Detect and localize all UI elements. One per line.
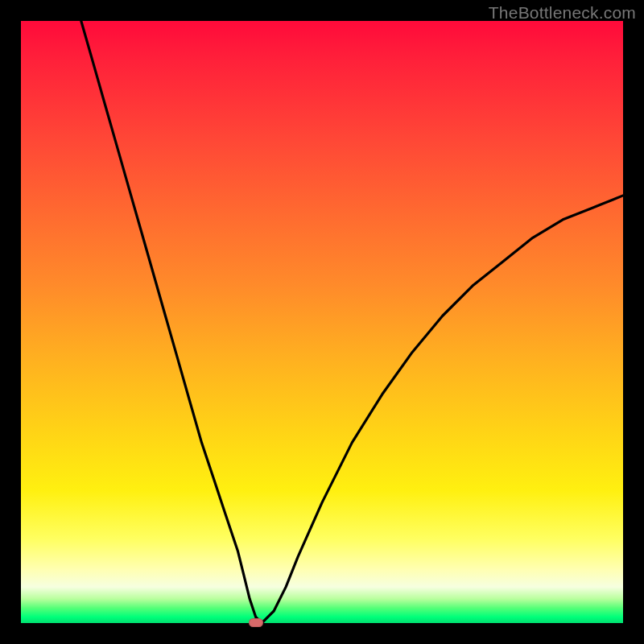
plot-area bbox=[21, 21, 623, 623]
chart-frame: TheBottleneck.com bbox=[0, 0, 644, 644]
watermark-text: TheBottleneck.com bbox=[489, 3, 636, 23]
bottleneck-curve bbox=[21, 21, 623, 623]
optimal-point-marker bbox=[249, 618, 263, 627]
